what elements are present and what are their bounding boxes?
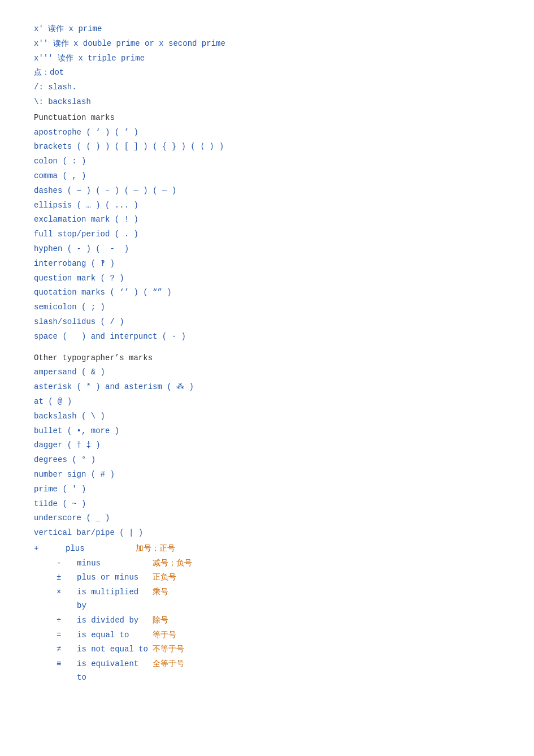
math-line-plusminus: ± plus or minus 正负号 bbox=[57, 571, 500, 585]
math-desc-minus: 减号；负号 bbox=[153, 557, 192, 571]
math-keyword-notequal: is not equal to bbox=[77, 643, 150, 656]
line-x-prime: x′ 读作 x prime bbox=[34, 23, 500, 36]
line-number-sign: number sign ( # ) bbox=[34, 468, 500, 482]
line-semicolon: semicolon ( ; ) bbox=[34, 301, 500, 314]
line-brackets: brackets ( ( ) ) ( [ ] ) ( { } ) ( ⟨ ⟩ ) bbox=[34, 140, 500, 154]
math-line-divide: ÷ is divided by 除号 bbox=[57, 614, 500, 628]
math-desc-plus: 加号；正号 bbox=[136, 542, 175, 556]
math-line-equiv: ≡ is equivalent to 全等于号 bbox=[57, 658, 500, 685]
line-hyphen: hyphen ( - ) ( ‐ ) bbox=[34, 243, 500, 256]
math-desc-equiv: 全等于号 bbox=[153, 658, 184, 671]
math-line-times: × is multiplied by 乘号 bbox=[57, 586, 500, 613]
line-underscore: underscore ( _ ) bbox=[34, 512, 500, 525]
line-bullet: bullet ( •, more ) bbox=[34, 425, 500, 438]
math-keyword-plus: plus bbox=[66, 542, 133, 556]
content-area: x′ 读作 x prime x′′ 读作 x double prime or x… bbox=[34, 23, 500, 685]
line-colon: colon ( : ) bbox=[34, 155, 500, 169]
line-apostrophe: apostrophe ( ‘ ) ( ’ ) bbox=[34, 126, 500, 140]
line-at: at ( @ ) bbox=[34, 395, 500, 409]
line-interrobang: interrobang ( ‽ ) bbox=[34, 257, 500, 271]
line-prime: prime ( ′ ) bbox=[34, 483, 500, 496]
line-tilde: tilde ( ~ ) bbox=[34, 498, 500, 511]
math-keyword-divide: is divided by bbox=[77, 614, 150, 628]
math-keyword-minus: minus bbox=[77, 557, 150, 571]
typographer-section: Other typographer’s marks ampersand ( & … bbox=[34, 352, 500, 540]
line-comma: comma ( , ) bbox=[34, 170, 500, 183]
line-x-triple-prime: x′′′ 读作 x triple prime bbox=[34, 52, 500, 66]
math-symbol-divide: ÷ bbox=[57, 614, 68, 628]
math-symbol-minus: - bbox=[57, 557, 68, 571]
line-ellipsis: ellipsis ( … ) ( ... ) bbox=[34, 199, 500, 213]
line-ampersand: ampersand ( & ) bbox=[34, 366, 500, 379]
math-desc-times: 乘号 bbox=[153, 586, 168, 599]
line-vertical-bar: vertical bar/pipe ( | ) bbox=[34, 526, 500, 540]
line-dot: 点：dot bbox=[34, 66, 500, 80]
math-line-plus: + plus 加号；正号 bbox=[34, 542, 500, 556]
math-desc-plusminus: 正负号 bbox=[153, 571, 176, 585]
math-keyword-equals: is equal to bbox=[77, 629, 150, 642]
math-keyword-equiv: is equivalent to bbox=[77, 658, 150, 685]
line-backslash: \: backslash bbox=[34, 96, 500, 109]
line-x-double-prime: x′′ 读作 x double prime or x second prime bbox=[34, 37, 500, 51]
math-line-minus: - minus 减号；负号 bbox=[57, 557, 500, 571]
math-symbol-equals: = bbox=[57, 629, 68, 642]
math-symbol-plus: + bbox=[34, 542, 45, 556]
math-symbol-notequal: ≠ bbox=[57, 643, 68, 656]
line-degrees: degrees ( ° ) bbox=[34, 453, 500, 467]
line-exclamation: exclamation mark ( ! ) bbox=[34, 213, 500, 227]
math-line-equals: = is equal to 等于号 bbox=[57, 629, 500, 642]
math-desc-divide: 除号 bbox=[153, 614, 168, 628]
line-slash: /: slash. bbox=[34, 81, 500, 94]
math-symbol-times: × bbox=[57, 586, 68, 599]
line-full-stop: full stop/period ( . ) bbox=[34, 228, 500, 241]
math-symbol-equiv: ≡ bbox=[57, 658, 68, 671]
math-desc-equals: 等于号 bbox=[153, 629, 176, 642]
math-section: + plus 加号；正号 - minus 减号；负号 ± plus or min… bbox=[34, 542, 500, 685]
line-space: space ( ) and interpunct ( · ) bbox=[34, 330, 500, 344]
line-backslash2: backslash ( \ ) bbox=[34, 410, 500, 424]
line-dagger: dagger ( † ‡ ) bbox=[34, 439, 500, 452]
line-slash-solidus: slash/solidus ( / ) bbox=[34, 316, 500, 329]
math-keyword-times: is multiplied by bbox=[77, 586, 150, 613]
prime-section: x′ 读作 x prime x′′ 读作 x double prime or x… bbox=[34, 23, 500, 109]
punctuation-section: Punctuation marks apostrophe ( ‘ ) ( ’ )… bbox=[34, 111, 500, 344]
line-dashes: dashes ( − ) ( – ) ( — ) ( ― ) bbox=[34, 184, 500, 198]
line-question-mark: question mark ( ? ) bbox=[34, 272, 500, 286]
math-line-notequal: ≠ is not equal to 不等于号 bbox=[57, 643, 500, 656]
punctuation-heading: Punctuation marks bbox=[34, 111, 500, 125]
math-keyword-plusminus: plus or minus bbox=[77, 571, 150, 585]
line-asterisk: asterisk ( * ) and asterism ( ⁂ ) bbox=[34, 381, 500, 394]
math-desc-notequal: 不等于号 bbox=[153, 643, 184, 656]
typographer-heading: Other typographer’s marks bbox=[34, 352, 500, 365]
math-symbol-plusminus: ± bbox=[57, 571, 68, 585]
line-quotation-marks: quotation marks ( ‘’ ) ( “” ) bbox=[34, 286, 500, 300]
